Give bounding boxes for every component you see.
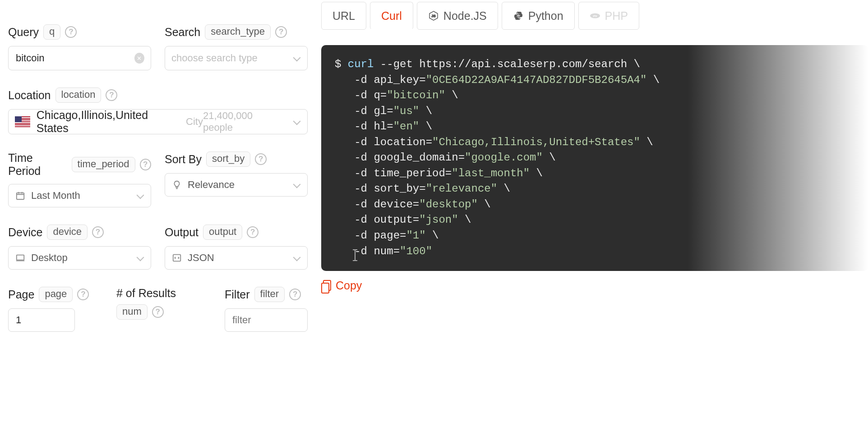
sort-by-param-pill: sort_by [206,151,250,167]
query-label: Query [8,26,39,39]
sort-by-select[interactable]: Relevance [165,173,308,197]
filter-label: Filter [225,288,250,301]
help-icon[interactable] [247,226,259,238]
tab-nodejs[interactable]: JS Node.JS [417,2,498,30]
code-tabs: URL Curl JS Node.JS Python php [321,2,868,30]
chevron-down-icon [293,181,301,189]
chevron-down-icon [293,54,301,62]
tab-label: PHP [605,9,628,23]
us-flag-icon [15,116,30,127]
tab-label: URL [332,9,355,23]
help-icon[interactable] [289,289,301,300]
page-input-wrap[interactable] [8,308,75,332]
tab-php[interactable]: php PHP [578,2,639,30]
output-value: JSON [188,252,214,264]
location-select[interactable]: Chicago,Illinois,United States City 21,4… [8,109,308,134]
chevron-down-icon [293,254,301,262]
device-label: Device [8,226,42,239]
tab-label: Python [528,9,563,23]
device-select[interactable]: Desktop [8,246,151,270]
help-icon[interactable] [106,89,117,101]
filter-param-pill: filter [254,287,285,302]
help-icon[interactable] [77,289,89,300]
output-param-pill: output [203,225,242,240]
help-icon[interactable] [275,26,287,38]
location-population: 21,400,000 people [203,110,285,133]
help-icon[interactable] [255,153,267,165]
bulb-icon [171,180,182,190]
php-icon: php [590,10,600,21]
help-icon[interactable] [152,306,164,318]
tab-label: Node.JS [443,9,487,23]
device-value: Desktop [31,252,68,264]
tab-label: Curl [381,9,402,23]
page-label: Page [8,288,34,301]
copy-icon [321,280,331,292]
sort-by-value: Relevance [188,179,235,191]
filter-input[interactable] [231,314,301,326]
location-type: City [186,116,203,128]
filter-input-wrap[interactable] [225,308,308,332]
query-input-wrap[interactable] [8,46,151,70]
search-type-placeholder: choose search type [171,52,258,64]
chevron-down-icon [136,254,144,262]
location-label: Location [8,89,51,102]
time-period-select[interactable]: Last Month [8,184,151,207]
chevron-down-icon [293,118,301,126]
sort-by-label: Sort By [165,153,202,166]
nodejs-icon: JS [428,10,439,21]
code-block[interactable]: $ curl --get https://api.scaleserp.com/s… [321,45,868,271]
search-param-pill: search_type [205,24,271,40]
search-label: Search [165,26,200,39]
location-param-pill: location [55,87,102,103]
tab-python[interactable]: Python [502,2,575,30]
svg-rect-0 [17,193,24,200]
page-input[interactable] [15,314,68,326]
svg-text:php: php [593,14,597,17]
tab-curl[interactable]: Curl [370,2,413,30]
tab-url[interactable]: URL [321,2,366,30]
desktop-icon [15,253,26,263]
copy-button[interactable]: Copy [321,279,362,292]
search-type-select[interactable]: choose search type [165,46,308,70]
results-param-pill: num [116,304,148,320]
time-period-label: Time Period [8,151,67,178]
time-period-param-pill: time_period [72,157,135,172]
output-label: Output [165,226,199,239]
help-icon[interactable] [92,226,104,238]
copy-label: Copy [336,279,362,292]
svg-text:JS: JS [431,14,435,18]
python-icon [513,10,524,21]
device-param-pill: device [47,225,88,240]
query-param-pill: q [43,24,60,40]
json-icon [171,253,182,263]
results-label: # of Results [116,287,176,300]
help-icon[interactable] [140,159,151,170]
help-icon[interactable] [65,26,77,38]
output-select[interactable]: JSON [165,246,308,270]
time-period-value: Last Month [31,190,80,202]
text-cursor-icon [352,249,358,261]
location-name: Chicago,Illinois,United States [37,109,182,135]
query-input[interactable] [15,52,134,64]
page-param-pill: page [39,287,73,302]
chevron-down-icon [136,192,144,200]
clear-icon[interactable] [134,53,144,64]
svg-rect-1 [17,255,24,260]
calendar-icon [15,191,26,201]
